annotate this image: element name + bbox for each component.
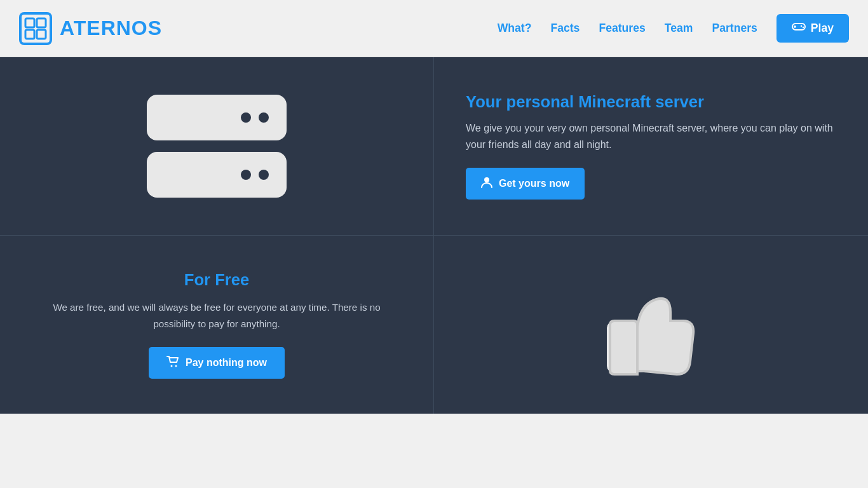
nav-features[interactable]: Features <box>599 22 645 35</box>
get-yours-label: Get yours now <box>499 178 569 189</box>
gamepad-icon <box>792 22 806 35</box>
get-yours-button[interactable]: Get yours now <box>466 168 585 200</box>
svg-rect-3 <box>25 30 34 39</box>
play-label: Play <box>811 22 834 35</box>
svg-point-11 <box>171 365 173 367</box>
pay-nothing-label: Pay nothing now <box>186 357 267 369</box>
pay-nothing-button[interactable]: Pay nothing now <box>149 347 285 379</box>
header: ATERNOS What? Facts Features Team Partne… <box>0 0 868 57</box>
top-section-title: Your personal Minecraft server <box>466 93 836 111</box>
main-content: Your personal Minecraft server We give y… <box>0 57 868 414</box>
logo: ATERNOS <box>19 12 162 45</box>
nav-what[interactable]: What? <box>498 22 532 35</box>
thumbs-up-icon <box>588 261 715 388</box>
svg-point-10 <box>484 177 489 182</box>
top-section: Your personal Minecraft server We give y… <box>0 57 868 236</box>
cart-icon <box>166 356 179 370</box>
server-block-top <box>147 95 287 140</box>
top-section-desc: We give you your very own personal Minec… <box>466 120 836 152</box>
nav-partners[interactable]: Partners <box>712 22 757 35</box>
server-dot-2 <box>259 112 269 123</box>
svg-point-8 <box>801 25 802 27</box>
main-nav: What? Facts Features Team Partners Play <box>498 14 849 43</box>
nav-facts[interactable]: Facts <box>550 22 580 35</box>
server-illustration <box>147 95 287 198</box>
top-section-text: Your personal Minecraft server We give y… <box>434 57 868 235</box>
for-free-title: For Free <box>184 271 249 289</box>
server-dot-3 <box>241 170 251 180</box>
svg-point-9 <box>803 27 804 28</box>
bottom-section: For Free We are free, and we will always… <box>0 236 868 414</box>
for-free-desc: We are free, and we will always be free … <box>38 299 395 332</box>
svg-rect-0 <box>20 13 51 44</box>
server-illustration-container <box>0 57 434 235</box>
svg-rect-1 <box>25 18 34 27</box>
server-block-bottom <box>147 152 287 198</box>
svg-rect-4 <box>37 30 46 39</box>
thumbs-up-container <box>434 236 868 414</box>
server-dot-1 <box>241 112 251 123</box>
nav-team[interactable]: Team <box>665 22 693 35</box>
aternos-logo-icon <box>19 12 52 45</box>
user-icon <box>481 177 492 191</box>
server-dot-4 <box>259 170 269 180</box>
play-button[interactable]: Play <box>776 14 849 43</box>
logo-text: ATERNOS <box>60 17 162 40</box>
svg-rect-7 <box>794 26 796 27</box>
svg-point-12 <box>175 365 177 367</box>
svg-rect-2 <box>37 18 46 27</box>
for-free-container: For Free We are free, and we will always… <box>0 236 434 414</box>
